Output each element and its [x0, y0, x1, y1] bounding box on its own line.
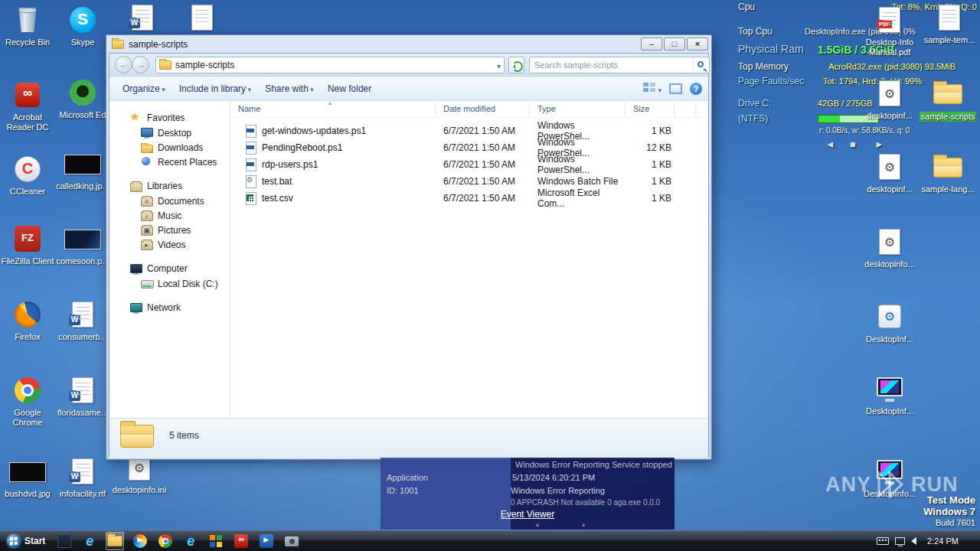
sidebar-section-libraries[interactable]: Libraries: [109, 178, 230, 194]
close-button[interactable]: [687, 37, 708, 51]
new-folder-button[interactable]: New folder: [321, 80, 378, 98]
share-with-menu[interactable]: Share with: [258, 80, 321, 98]
desktop-icon-desktopinf-2[interactable]: desktopinf...: [861, 153, 919, 194]
command-bar: Organize Include in library Share with N…: [109, 77, 708, 101]
sidebar-item-pictures[interactable]: ▣ Pictures: [109, 223, 230, 237]
sidebar-item-desktop[interactable]: Desktop: [109, 126, 230, 140]
desktop-icon-consumerb[interactable]: consumerb...: [55, 301, 110, 342]
windows-logo-icon: [7, 534, 21, 548]
back-button[interactable]: [115, 56, 132, 73]
test-mode-badge: Test Mode Windows 7 Build 7601: [923, 494, 975, 529]
desktop-icon-bushdvd[interactable]: bushdvd.jpg: [0, 458, 55, 499]
title-bar[interactable]: sample-scripts: [106, 35, 711, 53]
column-header-size[interactable]: Size: [626, 101, 675, 117]
file-row[interactable]: get-windows-updates.ps1 6/7/2021 1:50 AM…: [230, 122, 708, 139]
desktop-icon-chrome[interactable]: Google Chrome: [0, 377, 55, 428]
search-icon[interactable]: [692, 57, 709, 73]
sidebar-item-videos[interactable]: ▸ Videos: [109, 237, 230, 252]
desktop-icon-document[interactable]: [115, 4, 170, 33]
di-cpu-label: Cpu: [738, 2, 755, 12]
column-header-type[interactable]: Type: [530, 101, 626, 117]
taskbar-icon-media-player[interactable]: [131, 532, 149, 550]
file-row[interactable]: PendingReboot.ps1 6/7/2021 1:50 AM Windo…: [230, 139, 708, 156]
address-bar[interactable]: sample-scripts: [155, 57, 505, 73]
desktop-icon-calledking[interactable]: calledking.jp...: [55, 150, 110, 191]
sidebar-item-recent-places[interactable]: Recent Places: [109, 155, 230, 169]
file-row[interactable]: test.csv 6/7/2021 1:50 AM Microsoft Exce…: [230, 190, 708, 207]
refresh-button[interactable]: [508, 57, 524, 73]
taskbar-icon-screen-capture[interactable]: [283, 532, 301, 550]
file-name-cell: PendingReboot.ps1: [230, 142, 436, 154]
sidebar-section-network[interactable]: Network: [109, 300, 230, 315]
sidebar-section-favorites[interactable]: Favorites: [109, 110, 230, 126]
event-viewer-link[interactable]: Event Viewer: [381, 509, 675, 520]
desktop-icon-sample-tem[interactable]: sample-tem...: [920, 4, 978, 45]
sidebar-item-downloads[interactable]: ↓ Downloads: [109, 140, 230, 155]
chevron-down-icon[interactable]: [497, 58, 501, 72]
desktop-icon-filezilla[interactable]: FileZilla Client: [0, 225, 55, 266]
sidebar-item-documents[interactable]: ≡ Documents: [109, 194, 230, 208]
desktop-icon-sample-lang[interactable]: sample-lang...: [919, 153, 977, 194]
include-in-library-menu[interactable]: Include in library: [172, 80, 258, 98]
organize-menu[interactable]: Organize: [116, 80, 172, 98]
keyboard-tray-icon[interactable]: [877, 537, 889, 545]
desktop-icon-desktopinf-monitor[interactable]: DesktopInf...: [861, 375, 919, 416]
media-stop-icon[interactable]: [850, 139, 856, 150]
help-button[interactable]: [690, 83, 702, 95]
taskbar-icon-acrobat[interactable]: [232, 532, 250, 550]
desktop-icon-firefox[interactable]: Firefox: [0, 301, 55, 342]
desktop-icon-recycle-bin[interactable]: Recycle Bin: [0, 6, 55, 47]
start-button[interactable]: Start: [0, 531, 52, 551]
gear-document-icon: [879, 229, 900, 255]
search-input[interactable]: [530, 60, 692, 70]
column-header-date-modified[interactable]: Date modified: [436, 101, 530, 117]
taskbar-icon-chrome[interactable]: [156, 532, 175, 550]
forward-button[interactable]: [132, 56, 149, 73]
desktop-icon-label: sample-lang...: [919, 184, 977, 194]
taskbar-icon-internet-explorer[interactable]: [80, 532, 99, 550]
di-top-cpu-label: Top Cpu: [738, 26, 773, 37]
volume-tray-icon[interactable]: [911, 537, 916, 545]
taskbar-icon-browser[interactable]: [181, 532, 200, 550]
desktop-icon-skype[interactable]: Skype: [55, 6, 110, 47]
column-header-name[interactable]: Name: [230, 101, 436, 117]
desktop-icon-desktopinfo-3[interactable]: desktopinfo...: [861, 228, 919, 269]
network-tray-icon[interactable]: [895, 537, 905, 545]
media-next-icon[interactable]: [874, 139, 884, 150]
desktop-icon-manual-pdf[interactable]: Desktop-Info Manual.pdf: [861, 6, 919, 57]
preview-pane-button[interactable]: [669, 83, 682, 94]
desktop-icon-floridasame[interactable]: floridasame...: [55, 377, 110, 418]
maximize-button[interactable]: [664, 37, 685, 51]
sidebar-item-music[interactable]: ♪ Music: [109, 208, 230, 223]
file-row[interactable]: test.bat 6/7/2021 1:50 AM Windows Batch …: [230, 173, 708, 190]
desktop-icon-acrobat[interactable]: Acrobat Reader DC: [0, 81, 55, 132]
minimize-button[interactable]: [641, 37, 662, 51]
desktop-icon-desktopinfo-ini[interactable]: desktopinfo.ini: [112, 454, 167, 495]
media-previous-icon[interactable]: [825, 139, 835, 150]
desktop-icon-label: calledking.jp...: [55, 181, 110, 191]
edge-icon: [70, 80, 96, 106]
sidebar-section-computer[interactable]: Computer: [109, 261, 230, 276]
views-button[interactable]: [643, 83, 662, 95]
taskbar-icon-media-grid[interactable]: [207, 532, 225, 550]
search-box[interactable]: [529, 57, 710, 73]
taskbar-icon-windows-explorer[interactable]: [106, 532, 124, 550]
taskbar-clock[interactable]: 2:24 PM: [927, 536, 959, 546]
di-page-faults-label: Page Faults/sec: [738, 76, 804, 86]
desktop-icon-desktopinf-app[interactable]: DesktopInf...: [861, 303, 919, 344]
desktop-icon-sample-scripts[interactable]: sample-scripts: [919, 80, 977, 122]
disk-drive-icon: [140, 278, 153, 289]
sidebar-item-local-disk-c[interactable]: Local Disk (C:): [109, 276, 230, 291]
file-row[interactable]: rdp-users.ps1 6/7/2021 1:50 AM Windows P…: [230, 156, 708, 173]
taskbar-icon-video-player[interactable]: [257, 532, 276, 550]
desktop-icon-desktopinf-1[interactable]: desktopinf...: [861, 80, 919, 121]
watermark-text-left: ANY: [825, 473, 871, 497]
desktop-icon-document[interactable]: [175, 4, 230, 33]
desktop-icon-infofacility[interactable]: infofacility.rtf: [55, 458, 110, 499]
desktop-icon-edge[interactable]: Microsoft Ed: [55, 79, 110, 120]
desktop-icon-comesoon[interactable]: comesoon.p...: [55, 225, 110, 266]
taskbar-icon-console-app[interactable]: [55, 532, 74, 550]
file-date-cell: 6/7/2021 1:50 AM: [436, 193, 530, 204]
text-document-icon: [191, 5, 213, 31]
desktop-icon-ccleaner[interactable]: CCleaner: [0, 155, 55, 197]
